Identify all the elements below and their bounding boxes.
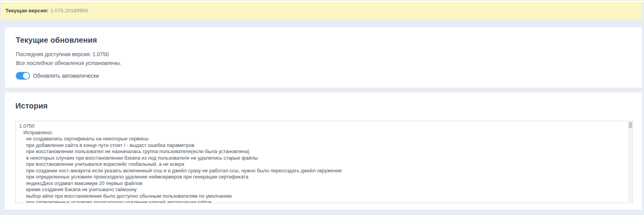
current-updates-title: Текущие обновления [16, 36, 631, 45]
changelog-scrollbar-track[interactable] [629, 122, 632, 202]
auto-update-row: Обновлять автоматически [16, 72, 631, 80]
current-version-banner: Текущая версия: 1.075.20180905 [1, 2, 642, 19]
current-updates-card: Текущие обновления Последняя доступная в… [5, 27, 642, 88]
history-card: История 1.0750 Исправлено: не создавалис… [5, 92, 642, 210]
updates-status-text: Все последние обновления установлены. [16, 60, 631, 66]
changelog-box[interactable]: 1.0750 Исправлено: не создавались сертиф… [15, 121, 633, 203]
changelog-text: 1.0750 Исправлено: не создавались сертиф… [16, 121, 632, 203]
latest-version-line: Последняя доступная версия: 1.0750 [16, 51, 631, 57]
toggle-knob-icon [23, 73, 29, 79]
current-version-value: 1.075.20180905 [50, 8, 88, 13]
auto-update-toggle[interactable] [16, 72, 30, 80]
latest-version-value: 1.0750 [93, 51, 109, 57]
history-title: История [15, 102, 633, 110]
current-version-label: Текущая версия: [5, 8, 48, 13]
auto-update-label: Обновлять автоматически [33, 73, 99, 79]
changelog-scrollbar-thumb[interactable] [629, 122, 632, 128]
latest-version-label: Последняя доступная версия: [16, 51, 91, 57]
